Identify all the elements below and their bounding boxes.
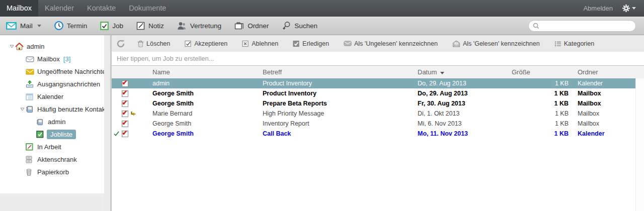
column-header-ordner[interactable]: Ordner (569, 68, 644, 76)
task-checkbox-icon[interactable] (122, 131, 128, 137)
table-row[interactable]: George Smith Product Inventory Do, 29. A… (112, 88, 635, 98)
new-ordner-button[interactable]: Ordner (234, 22, 269, 30)
sidebar-item-aktenschrank[interactable]: Aktenschrank (0, 153, 104, 166)
sidebar-item-label: Mailbox (37, 55, 60, 63)
search-button-label: Suchen (294, 22, 317, 30)
tree-expand-icon[interactable] (8, 45, 15, 48)
cell-size: 1 KB (512, 90, 569, 97)
logout-link[interactable]: Abmelden (583, 5, 613, 12)
checkbox-x-icon (242, 40, 249, 47)
sidebar-item-label: Papierkorb (37, 168, 69, 176)
outbox-icon (26, 80, 36, 88)
table-row[interactable]: George Smith Prepare Beta Reports Fr, 30… (112, 98, 635, 109)
task-checkbox-icon[interactable] (122, 121, 128, 127)
categories-button[interactable]: Kategorien (554, 40, 594, 47)
cell-size: 1 KB (512, 100, 569, 107)
table-row[interactable]: admin Product Inventory Do, 29. Aug 2013… (112, 78, 635, 88)
refresh-button[interactable] (116, 39, 125, 48)
task-checkbox-icon[interactable] (122, 111, 128, 117)
sidebar-item-label: Kalender (37, 93, 63, 100)
task-checkbox-icon[interactable] (122, 80, 128, 87)
tab-kontakte[interactable]: Kontakte (80, 0, 122, 17)
quick-add-row (112, 52, 644, 66)
mark-unread-button[interactable]: Als 'Ungelesen' kennzeichnen (344, 40, 438, 47)
tab-mailbox[interactable]: Mailbox (0, 0, 38, 17)
new-vertretung-button[interactable]: Vertretung (177, 22, 221, 30)
home-icon (15, 43, 25, 50)
sidebar-scrollbar[interactable] (104, 35, 110, 211)
new-ordner-label: Ordner (248, 22, 269, 30)
table-row[interactable]: Marie Bernard High Priority Message Di, … (112, 109, 635, 119)
table-row[interactable]: George Smith Call Back Mo, 11. Nov 2013 … (112, 129, 635, 139)
cell-size: 1 KB (512, 80, 569, 87)
accept-label: Akzeptieren (194, 40, 227, 47)
checkbox-filled-icon (293, 40, 300, 47)
sidebar-item-jobliste[interactable]: Jobliste (0, 128, 104, 141)
column-header-datum[interactable]: Datum (418, 68, 512, 76)
delete-label: Löschen (146, 40, 170, 47)
decline-button[interactable]: Ablehnen (242, 40, 278, 47)
cell-name: George Smith (152, 90, 263, 97)
new-mail-button[interactable]: Mail (6, 22, 41, 30)
top-nav-bar: Mailbox Kalender Kontakte Dokumente Abme… (0, 0, 644, 17)
sidebar-item-ausgang[interactable]: Ausgangsnachrichten (0, 78, 104, 90)
tab-dokumente[interactable]: Dokumente (122, 0, 173, 17)
task-checkbox-icon[interactable] (122, 90, 128, 97)
cell-date: Mo, 11. Nov 2013 (418, 130, 512, 137)
clock-icon (54, 21, 63, 30)
folder-sidebar: admin Mailbox [3] Ungeöffnete Nachrichte… (0, 35, 112, 211)
sidebar-item-in-arbeit[interactable]: In Arbeit (0, 141, 104, 153)
new-notiz-label: Notiz (148, 22, 164, 30)
sidebar-item-kalender[interactable]: Kalender (0, 90, 104, 103)
column-header-groesse[interactable]: Größe (512, 68, 569, 76)
column-header-betreff[interactable]: Betreff (263, 68, 418, 76)
mark-read-button[interactable]: Als 'Gelesen' kennzeichnen (452, 40, 540, 47)
sidebar-item-label: Häufig benutzte Kontak (37, 106, 104, 113)
new-job-label: Job (112, 22, 123, 30)
list-scrollbar[interactable] (635, 78, 644, 211)
new-termin-button[interactable]: Termin (54, 21, 88, 30)
chevron-down-icon[interactable] (37, 25, 41, 27)
sidebar-item-papierkorb[interactable]: Papierkorb (0, 166, 104, 178)
quick-add-job-input[interactable] (112, 55, 644, 62)
search-button[interactable]: Suchen (282, 21, 317, 30)
cell-size: 1 KB (512, 120, 569, 127)
tree-expand-icon[interactable] (19, 108, 26, 111)
sidebar-item-admin-contacts[interactable]: admin (0, 116, 104, 128)
note-pencil-icon (136, 22, 145, 30)
cell-subject: Product Inventory (263, 80, 418, 87)
mark-unread-label: Als 'Ungelesen' kennzeichnen (354, 40, 438, 47)
sidebar-item-ungeoeffnete[interactable]: Ungeöffnete Nachrichte (0, 65, 104, 78)
cell-name: Marie Bernard (152, 110, 263, 117)
address-book-icon (36, 119, 46, 126)
cell-name: George Smith (152, 100, 263, 107)
task-checkbox-icon[interactable] (122, 100, 128, 107)
cell-name: George Smith (152, 130, 263, 137)
delete-button[interactable]: Löschen (137, 40, 170, 47)
sidebar-item-kontakte-haeufig[interactable]: Häufig benutzte Kontak (0, 103, 104, 116)
new-vertretung-label: Vertretung (190, 22, 221, 30)
sidebar-item-admin-root[interactable]: admin (0, 40, 104, 53)
complete-button[interactable]: Erledigen (293, 40, 329, 47)
cell-subject: Call Back (263, 130, 418, 137)
gear-icon (622, 4, 630, 13)
global-search-box[interactable] (528, 20, 636, 32)
accept-button[interactable]: Akzeptieren (185, 40, 227, 47)
settings-menu-button[interactable] (622, 4, 636, 13)
cell-date: Do, 29. Aug 2013 (418, 90, 512, 97)
sidebar-item-label-selected: Jobliste (47, 130, 76, 139)
cell-date: Do, 29. Aug 2013 (418, 80, 512, 87)
global-search-input[interactable] (542, 22, 631, 29)
table-row[interactable]: George Smith Inventory Report Mi, 6. Nov… (112, 119, 635, 129)
file-cabinet-icon (26, 156, 36, 163)
sidebar-item-mailbox[interactable]: Mailbox [3] (0, 53, 104, 65)
cell-size: 1 KB (512, 110, 569, 117)
new-job-button[interactable]: Job (100, 22, 123, 30)
cell-folder: Mailbox (569, 110, 635, 117)
tab-kalender[interactable]: Kalender (38, 0, 80, 17)
task-checkbox-icon (100, 22, 109, 30)
column-header-name[interactable]: Name (152, 68, 263, 76)
cell-name: admin (152, 80, 263, 87)
new-notiz-button[interactable]: Notiz (136, 22, 164, 30)
trash-icon (26, 168, 36, 176)
